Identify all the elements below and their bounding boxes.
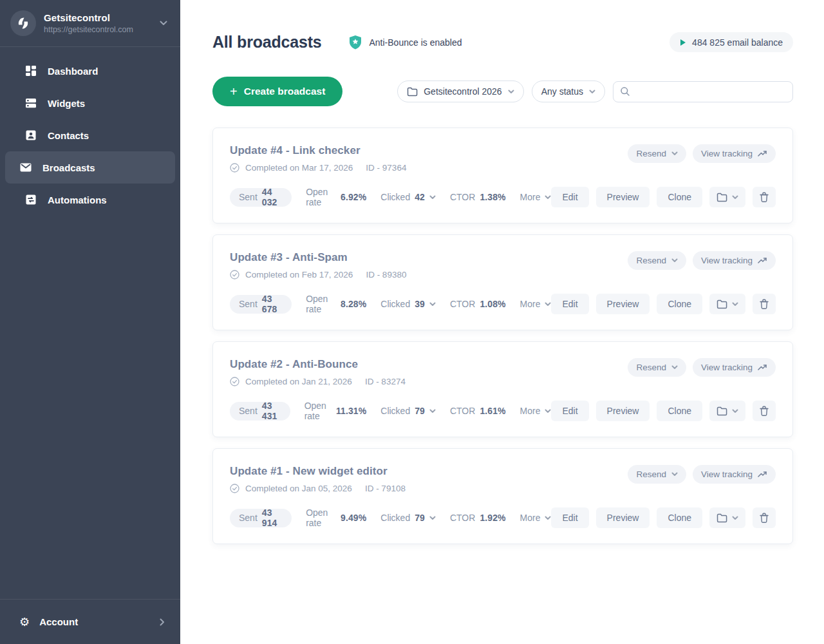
clicked-value: 79 <box>415 406 425 416</box>
delete-button[interactable] <box>753 294 776 314</box>
broadcast-subline: Completed on Mar 17, 2026 ID - 97364 <box>230 163 628 173</box>
sidebar-item-broadcasts[interactable]: Broadcasts <box>5 151 175 184</box>
sent-value: 44 032 <box>262 187 283 207</box>
folder-filter-dropdown[interactable]: Getsitecontrol 2026 <box>397 80 523 102</box>
move-to-folder-button[interactable] <box>709 507 745 528</box>
trash-icon <box>760 513 769 523</box>
folder-icon <box>716 513 727 523</box>
chevron-down-icon <box>545 516 551 520</box>
preview-label: Preview <box>607 299 639 309</box>
account-label: Account <box>39 616 160 627</box>
edit-button[interactable]: Edit <box>551 187 588 207</box>
sidebar-item-contacts[interactable]: Contacts <box>5 119 175 151</box>
move-to-folder-button[interactable] <box>709 187 745 207</box>
view-tracking-button[interactable]: View tracking <box>693 144 776 163</box>
clicked-stat-dropdown[interactable]: Clicked 79 <box>380 406 436 416</box>
more-stats-dropdown[interactable]: More <box>520 299 552 309</box>
preview-button[interactable]: Preview <box>596 294 650 314</box>
clicked-value: 79 <box>415 513 425 523</box>
chevron-down-icon <box>545 409 551 413</box>
clicked-stat-dropdown[interactable]: Clicked 39 <box>380 299 436 309</box>
search-input[interactable] <box>635 86 786 97</box>
move-to-folder-button[interactable] <box>709 401 745 421</box>
view-tracking-button[interactable]: View tracking <box>693 465 776 484</box>
preview-button[interactable]: Preview <box>596 507 650 528</box>
broadcast-title[interactable]: Update #4 - Link checker <box>230 144 628 157</box>
clone-button[interactable]: Clone <box>657 401 702 421</box>
clone-button[interactable]: Clone <box>657 294 702 314</box>
broadcast-title[interactable]: Update #1 - New widget editor <box>230 465 628 478</box>
clicked-stat-dropdown[interactable]: Clicked 79 <box>380 513 436 523</box>
workspace-switcher[interactable]: Getsitecontrol https://getsitecontrol.co… <box>0 0 180 47</box>
resend-button[interactable]: Resend <box>628 251 686 270</box>
more-stats-dropdown[interactable]: More <box>520 406 552 416</box>
sent-label: Sent <box>239 299 258 309</box>
search-icon <box>620 86 630 97</box>
delete-button[interactable] <box>753 187 776 207</box>
clicked-stat-dropdown[interactable]: Clicked 42 <box>380 192 436 202</box>
folder-icon <box>716 299 727 309</box>
ctor-stat: CTOR 1.08% <box>450 299 506 309</box>
clone-button[interactable]: Clone <box>657 507 702 528</box>
sent-stat: Sent 43 431 <box>230 402 290 421</box>
workspace-url: https://getsitecontrol.com <box>44 25 160 34</box>
check-circle-icon <box>230 270 239 279</box>
sidebar-item-widgets[interactable]: Widgets <box>5 87 175 119</box>
chevron-down-icon <box>671 258 678 263</box>
sidebar-item-label: Broadcasts <box>42 162 95 173</box>
trend-up-icon <box>758 257 767 264</box>
edit-button[interactable]: Edit <box>551 294 588 314</box>
status-filter-value: Any status <box>541 86 583 97</box>
edit-button[interactable]: Edit <box>551 401 588 421</box>
open-rate-value: 9.49% <box>341 513 366 523</box>
create-broadcast-button[interactable]: + Create broadcast <box>212 77 342 106</box>
broadcast-title[interactable]: Update #2 - Anti-Bounce <box>230 358 628 371</box>
sidebar-item-account[interactable]: ⚙ Account <box>0 599 180 644</box>
trash-icon <box>760 406 769 416</box>
broadcast-card: Update #1 - New widget editor Completed … <box>212 448 793 544</box>
resend-button[interactable]: Resend <box>628 144 686 163</box>
check-circle-icon <box>230 484 239 493</box>
edit-button[interactable]: Edit <box>551 507 588 528</box>
chevron-down-icon <box>160 21 167 26</box>
preview-button[interactable]: Preview <box>596 187 650 207</box>
card-top-row: Update #4 - Link checker Completed on Ma… <box>230 144 776 173</box>
view-tracking-button[interactable]: View tracking <box>693 358 776 377</box>
email-balance-badge[interactable]: 484 825 email balance <box>670 32 793 52</box>
sidebar-item-dashboard[interactable]: Dashboard <box>5 55 175 87</box>
resend-label: Resend <box>636 149 666 158</box>
delete-button[interactable] <box>753 507 776 528</box>
ctor-value: 1.61% <box>480 406 505 416</box>
toolbar: + Create broadcast Getsitecontrol 2026 A… <box>212 77 793 106</box>
sidebar-item-label: Dashboard <box>48 66 98 77</box>
resend-label: Resend <box>636 363 666 372</box>
status-filter-dropdown[interactable]: Any status <box>532 80 605 102</box>
preview-button[interactable]: Preview <box>596 401 650 421</box>
broadcast-status: Completed on Mar 17, 2026 <box>245 163 353 173</box>
resend-button[interactable]: Resend <box>628 465 686 484</box>
main-content: All broadcasts Anti-Bounce is enabled 48… <box>180 0 824 644</box>
clicked-label: Clicked <box>380 299 410 309</box>
view-tracking-button[interactable]: View tracking <box>693 251 776 270</box>
view-tracking-label: View tracking <box>701 363 753 372</box>
broadcast-title[interactable]: Update #3 - Anti-Spam <box>230 251 628 264</box>
resend-button[interactable]: Resend <box>628 358 686 377</box>
card-bottom-row: Sent 43 914 Open rate 9.49% Clicked 79 C… <box>230 507 776 528</box>
anti-bounce-status: Anti-Bounce is enabled <box>348 35 462 50</box>
check-circle-icon <box>230 377 239 386</box>
open-rate-label: Open rate <box>304 401 332 421</box>
clone-button[interactable]: Clone <box>657 187 702 207</box>
more-stats-dropdown[interactable]: More <box>520 192 552 202</box>
chevron-down-icon <box>545 302 551 307</box>
more-stats-dropdown[interactable]: More <box>520 513 552 523</box>
delete-button[interactable] <box>753 401 776 421</box>
chevron-down-icon <box>429 516 436 520</box>
move-to-folder-button[interactable] <box>709 294 745 314</box>
broadcast-id: ID - 79108 <box>365 484 406 493</box>
broadcast-stats: Sent 43 914 Open rate 9.49% Clicked 79 C… <box>230 507 551 528</box>
broadcast-status: Completed on Jan 05, 2026 <box>245 484 352 493</box>
sidebar-item-automations[interactable]: Automations <box>5 184 175 216</box>
workspace-name: Getsitecontrol <box>44 12 160 23</box>
card-titles: Update #4 - Link checker Completed on Ma… <box>230 144 628 173</box>
card-titles: Update #3 - Anti-Spam Completed on Feb 1… <box>230 251 628 279</box>
